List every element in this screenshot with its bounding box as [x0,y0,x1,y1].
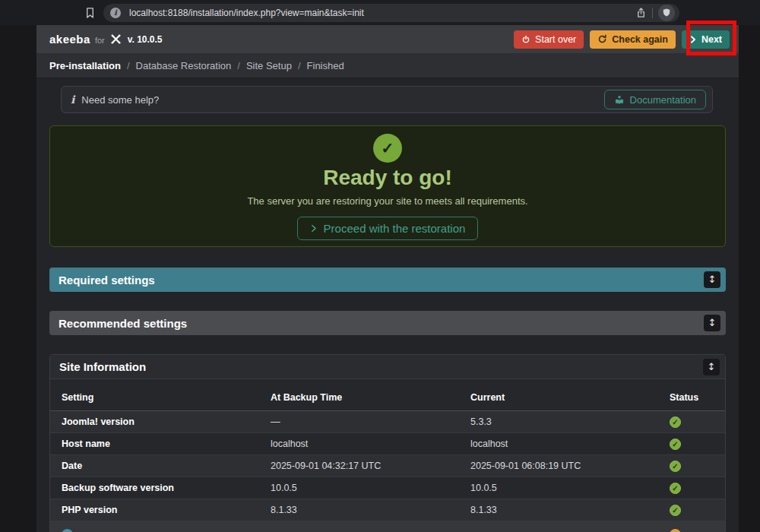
version-text: v. 10.0.5 [128,34,163,45]
status-info-icon [62,529,73,532]
ready-title: Ready to go! [50,166,725,190]
cell-current: 8.1.33 [459,505,658,515]
site-information-header[interactable]: Site Information ↕ [50,355,725,379]
collapse-toggle-icon[interactable]: ↕ [704,315,720,331]
status-ok-icon: ✓ [670,505,681,516]
ready-subtitle: The server you are restoring your site t… [50,195,725,207]
cell-current: 10.0.5 [459,483,658,493]
proceed-button[interactable]: Proceed with the restoration [297,217,479,240]
brand-text: akeeba [49,33,90,46]
info-icon: i [71,94,74,105]
divider [652,8,653,18]
cell-status: ✓ [658,505,725,516]
brand-for-text: for [95,36,105,45]
cell-setting: Host name [50,439,259,449]
section-site-information: Site Information ↕ Setting At Backup Tim… [49,354,726,532]
cell-backup: 8.1.33 [259,505,459,515]
table-row: PHP version 8.1.33 8.1.33 ✓ [50,499,725,521]
breadcrumb: Pre-installation / Database Restoration … [36,53,739,78]
breadcrumb-step: Site Setup [246,60,292,71]
cell-status: ✓ [658,483,725,494]
site-info-icon[interactable]: i [110,8,121,18]
cell-current: localhost [459,439,658,449]
column-header: Status [658,392,725,410]
status-ok-icon: ✓ [670,461,681,472]
browser-toolbar: i localhost:8188/installation/index.php?… [0,0,760,25]
section-required-settings[interactable]: Required settings ↕ [49,268,726,292]
page-viewport: akeeba for v. 10.0.5 Start over Check ag… [36,25,739,532]
bookmark-icon[interactable] [82,5,97,21]
breadcrumb-step: Database Restoration [136,60,232,71]
status-ok-icon: ✓ [670,439,681,450]
column-header: Setting [50,392,259,410]
check-again-button[interactable]: Check again [590,30,676,49]
help-bar: i Need some help? Documentation [61,86,713,113]
breadcrumb-step-active: Pre-installation [49,60,121,71]
table-row: Host name localhost localhost ✓ [50,433,725,455]
collapse-toggle-icon[interactable]: ↕ [704,271,720,288]
documentation-button[interactable]: Documentation [604,90,706,109]
cell-backup: localhost [259,439,459,449]
section-recommended-settings[interactable]: Recommended settings ↕ [49,311,726,335]
table-header-row: Setting At Backup Time Current Status [50,379,725,411]
address-bar[interactable]: i localhost:8188/installation/index.php?… [103,4,679,22]
cell-backup: 10.0.5 [259,483,459,493]
success-check-icon: ✓ [373,134,402,163]
table-row: Joomla! version — 5.3.3 ✓ [50,411,725,433]
brave-shield-icon[interactable] [658,5,675,21]
status-ok-icon: ✓ [670,416,681,428]
status-ok-icon: ✓ [670,483,681,494]
cell-current: 5.3.3 [459,416,658,427]
cell-setting: Backup software version [50,483,259,493]
table-row: Backup software version 10.0.5 10.0.5 ✓ [50,477,725,499]
share-icon[interactable] [635,7,647,18]
cell-setting: Date [50,461,259,471]
start-over-button[interactable]: Start over [514,30,584,49]
collapse-toggle-icon[interactable]: ↕ [703,359,720,375]
cell-status: ✓ [658,461,725,472]
power-icon [521,35,530,44]
refresh-icon [597,34,607,44]
cell-status: ✓ [658,439,725,450]
cell-status: ✓ [658,416,725,428]
chevron-right-icon [689,35,697,44]
cell-setting: PHP version [50,505,259,515]
breadcrumb-step: Finished [307,60,344,71]
chevron-right-icon [310,223,318,233]
cell-backup: — [259,416,459,427]
url-text: localhost:8188/installation/index.php?vi… [129,8,635,18]
cell-backup: 2025-09-01 04:32:17 UTC [259,461,459,471]
browser-left-strip [0,25,36,532]
akeeba-logo: akeeba for v. 10.0.5 [49,33,163,46]
browser-scrollbar-gutter[interactable] [739,25,760,532]
column-header: Current [459,392,658,410]
help-message: Need some help? [81,94,603,106]
ready-panel: ✓ Ready to go! The server you are restor… [49,125,726,247]
book-reader-icon [614,95,625,105]
table-row-partial [50,521,725,532]
table-row: Date 2025-09-01 04:32:17 UTC 2025-09-01 … [50,455,725,477]
cell-setting: Joomla! version [50,416,259,427]
cell-current: 2025-09-01 06:08:19 UTC [459,461,658,471]
next-button[interactable]: Next [682,30,730,49]
main-content: i Need some help? Documentation ✓ Ready … [36,78,739,532]
app-header: akeeba for v. 10.0.5 Start over Check ag… [36,25,739,53]
status-warning-icon [670,529,681,532]
column-header: At Backup Time [259,392,459,410]
joomla-icon [110,33,122,45]
